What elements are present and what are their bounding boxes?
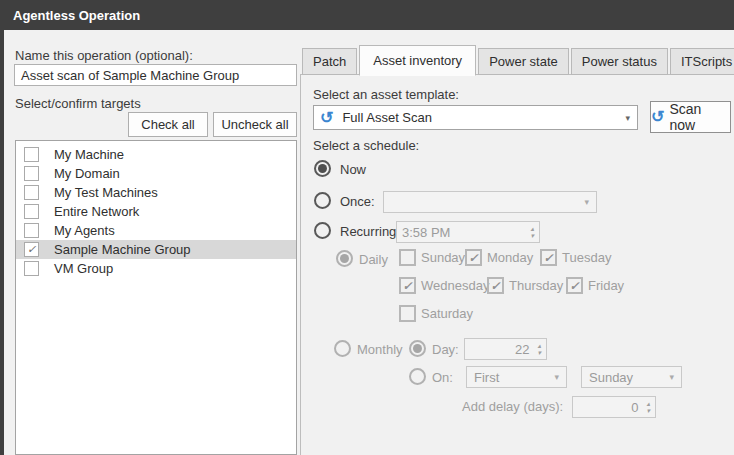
tab-asset-inventory[interactable]: Asset inventory: [359, 45, 476, 76]
tab-power-status[interactable]: Power status: [571, 48, 668, 75]
list-item-label: My Test Machines: [54, 185, 158, 200]
dialog-title: Agentless Operation: [13, 8, 140, 23]
tab-label: Patch: [313, 54, 346, 69]
operation-name-value: Asset scan of Sample Machine Group: [21, 68, 239, 83]
list-item-label: My Machine: [54, 147, 124, 162]
tab-label: Asset inventory: [373, 53, 462, 68]
window-border: [0, 30, 4, 455]
checkbox[interactable]: [24, 166, 39, 181]
uncheck-all-button[interactable]: Uncheck all: [213, 112, 297, 137]
operation-name-label: Name this operation (optional):: [15, 48, 193, 63]
list-item-sample-machine-group[interactable]: ✓ Sample Machine Group: [16, 240, 296, 259]
list-item-vm-group[interactable]: VM Group: [16, 259, 296, 278]
operation-name-input[interactable]: Asset scan of Sample Machine Group: [14, 64, 297, 86]
tab-itscripts[interactable]: ITScripts: [670, 48, 734, 75]
targets-list[interactable]: My Machine My Domain My Test Machines En…: [15, 140, 297, 455]
tab-label: Power state: [489, 54, 558, 69]
checkbox[interactable]: [24, 204, 39, 219]
checkbox[interactable]: [24, 147, 39, 162]
check-all-label: Check all: [141, 117, 194, 132]
tab-label: ITScripts: [681, 54, 732, 69]
list-item-label: Sample Machine Group: [54, 242, 191, 257]
list-item-entire-network[interactable]: Entire Network: [16, 202, 296, 221]
targets-label: Select/confirm targets: [15, 96, 141, 111]
checkbox[interactable]: [24, 261, 39, 276]
check-icon: ✓: [27, 243, 36, 256]
list-item-my-domain[interactable]: My Domain: [16, 164, 296, 183]
list-item-label: My Domain: [54, 166, 120, 181]
list-item-my-test-machines[interactable]: My Test Machines: [16, 183, 296, 202]
tab-patch[interactable]: Patch: [302, 48, 357, 75]
tab-content-panel: [300, 74, 714, 455]
list-item-my-machine[interactable]: My Machine: [16, 145, 296, 164]
checkbox[interactable]: ✓: [24, 242, 39, 257]
tab-power-state[interactable]: Power state: [478, 48, 569, 75]
list-item-label: VM Group: [54, 261, 113, 276]
tab-strip: Patch Asset inventory Power state Power …: [302, 46, 734, 75]
uncheck-all-label: Uncheck all: [221, 117, 288, 132]
list-item-label: Entire Network: [54, 204, 139, 219]
checkbox[interactable]: [24, 185, 39, 200]
list-item-my-agents[interactable]: My Agents: [16, 221, 296, 240]
list-item-label: My Agents: [54, 223, 115, 238]
tab-label: Power status: [582, 54, 657, 69]
dialog-titlebar[interactable]: Agentless Operation: [0, 0, 734, 30]
check-all-button[interactable]: Check all: [128, 112, 208, 137]
checkbox[interactable]: [24, 223, 39, 238]
